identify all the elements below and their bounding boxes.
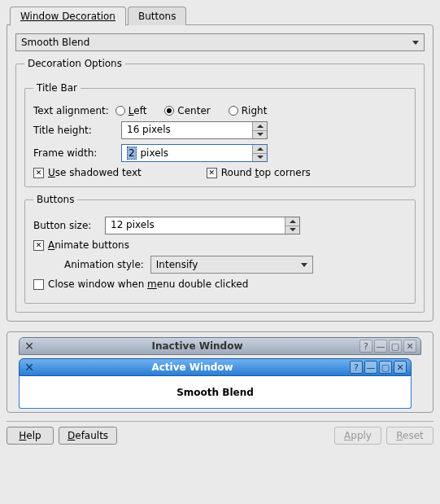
spin-up-button[interactable] [253, 122, 267, 131]
align-left-radio[interactable]: Left [115, 105, 147, 116]
button-size-row: Button size: 12 pixels [33, 217, 407, 234]
active-titlebar: ✕ Active Window ? — ▢ ✕ [19, 358, 412, 376]
round-top-corners-checkbox[interactable]: Round top corners [207, 167, 311, 178]
frame-width-value: 2 pixels [122, 145, 252, 161]
titlebar-group: Title Bar Text alignment: Left Center Ri… [24, 82, 416, 187]
close-on-menu-dblclick-checkbox[interactable]: Close window when menu double clicked [33, 278, 248, 290]
minimize-icon: — [374, 340, 387, 353]
close-icon: ✕ [403, 340, 416, 353]
close-icon: ✕ [394, 361, 407, 374]
minimize-icon: — [364, 361, 377, 374]
arrow-down-icon [257, 133, 264, 136]
chevron-down-icon [301, 263, 307, 267]
decoration-options-group: Decoration Options Title Bar Text alignm… [15, 58, 425, 313]
spin-down-button[interactable] [285, 226, 299, 234]
apply-button: Apply [334, 427, 381, 445]
spin-up-button[interactable] [285, 217, 299, 226]
radio-icon [229, 106, 238, 116]
animation-style-combo[interactable]: Intensify [150, 256, 313, 274]
frame-width-spin[interactable]: 2 pixels [121, 144, 268, 162]
help-button[interactable]: Help [7, 427, 54, 445]
checkbox-icon [207, 168, 217, 178]
button-size-value: 12 pixels [106, 217, 285, 234]
title-height-label: Title height: [33, 125, 115, 136]
theme-combo-value: Smooth Blend [21, 37, 89, 48]
tab-label: Buttons [138, 11, 176, 22]
align-center-radio[interactable]: Center [164, 105, 210, 116]
chevron-down-icon [412, 41, 419, 45]
spin-down-button[interactable] [253, 131, 267, 139]
frame-width-num: 2 [127, 147, 137, 160]
align-right-radio[interactable]: Right [229, 105, 268, 116]
button-size-spin[interactable]: 12 pixels [105, 217, 300, 234]
help-icon: ? [350, 361, 363, 374]
arrow-down-icon [290, 228, 296, 231]
preview-area: ✕ Inactive Window ? — ▢ ✕ ✕ Active Windo… [7, 331, 433, 413]
arrow-down-icon [257, 156, 264, 159]
inactive-window-title: Inactive Window [36, 340, 359, 352]
reset-button: Reset [386, 427, 433, 445]
footer-buttons: Help Defaults Apply Reset [7, 427, 433, 445]
theme-combo[interactable]: Smooth Blend [15, 33, 425, 51]
titlebar-legend: Title Bar [33, 82, 81, 94]
tab-buttons[interactable]: Buttons [128, 7, 186, 25]
tab-label: Window Decoration [20, 11, 115, 22]
checkbox-icon [33, 279, 44, 290]
help-icon: ? [359, 340, 372, 353]
button-size-label: Button size: [33, 220, 98, 231]
arrow-up-icon [257, 125, 264, 128]
preview-inactive-window: ✕ Inactive Window ? — ▢ ✕ [19, 337, 421, 355]
buttons-group: Buttons Button size: 12 pixels Animate b… [24, 194, 416, 304]
decoration-panel: Smooth Blend Decoration Options Title Ba… [7, 24, 433, 322]
spin-up-button[interactable] [253, 145, 267, 154]
tab-bar: Window Decoration Buttons [7, 7, 433, 25]
decoration-options-legend: Decoration Options [24, 58, 125, 69]
arrow-up-icon [290, 220, 296, 223]
use-shadowed-text-checkbox[interactable]: Use shadowed text [33, 167, 142, 178]
text-alignment-label: Text alignment: [33, 105, 109, 116]
text-alignment-row: Text alignment: Left Center Right [33, 105, 407, 116]
separator [7, 421, 433, 422]
sysmenu-icon: ✕ [23, 361, 36, 374]
sysmenu-icon: ✕ [23, 340, 36, 353]
spin-down-button[interactable] [253, 154, 267, 162]
animation-style-row: Animation style: Intensify [64, 256, 407, 274]
preview-active-window: ✕ Active Window ? — ▢ ✕ Smooth Blend [19, 358, 412, 409]
title-height-value: 16 pixels [122, 122, 252, 138]
tab-window-decoration[interactable]: Window Decoration [10, 7, 126, 26]
frame-width-row: Frame width: 2 pixels [33, 144, 407, 162]
arrow-up-icon [257, 147, 264, 151]
inactive-titlebar: ✕ Inactive Window ? — ▢ ✕ [19, 337, 421, 355]
maximize-icon: ▢ [389, 340, 402, 353]
radio-icon [115, 106, 125, 116]
title-height-row: Title height: 16 pixels [33, 121, 407, 139]
preview-body-text: Smooth Blend [19, 376, 412, 409]
animation-style-label: Animation style: [64, 259, 144, 270]
title-height-spin[interactable]: 16 pixels [121, 121, 268, 139]
checkbox-icon [33, 240, 44, 251]
checkbox-icon [33, 168, 44, 178]
active-window-title: Active Window [36, 362, 349, 373]
frame-width-label: Frame width: [33, 147, 115, 159]
defaults-button[interactable]: Defaults [59, 427, 117, 445]
maximize-icon: ▢ [379, 361, 392, 374]
animation-style-value: Intensify [156, 259, 198, 270]
buttons-legend: Buttons [33, 194, 77, 205]
animate-buttons-checkbox[interactable]: Animate buttons [33, 239, 129, 251]
radio-icon [164, 106, 174, 116]
